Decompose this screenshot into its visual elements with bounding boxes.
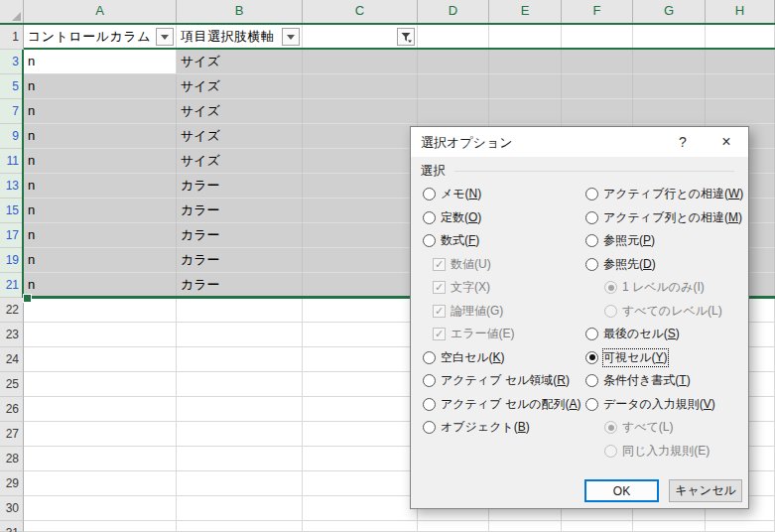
cell-A21[interactable]: n — [24, 273, 177, 298]
cell-C17[interactable] — [303, 223, 418, 248]
cell-A24[interactable] — [24, 347, 177, 372]
close-icon[interactable]: × — [714, 132, 738, 152]
cell-G3[interactable] — [633, 50, 706, 74]
option-data-validation[interactable]: データの入力規則(V) — [585, 393, 743, 417]
dialog-titlebar[interactable]: 選択オプション ? × — [411, 127, 748, 157]
cell-C7[interactable] — [303, 99, 418, 124]
column-header-C[interactable]: C — [303, 0, 418, 23]
cell-A15[interactable]: n — [24, 199, 177, 223]
cell-H1[interactable] — [706, 25, 775, 50]
cell-B5[interactable]: サイズ — [177, 74, 303, 99]
cell-B9[interactable]: サイズ — [177, 124, 303, 149]
cell-C28[interactable] — [303, 447, 418, 471]
cell-E31[interactable] — [489, 521, 562, 532]
cell-C21[interactable] — [303, 273, 418, 298]
cell-C24[interactable] — [303, 347, 418, 372]
cell-B3[interactable]: サイズ — [177, 50, 303, 74]
cell-A29[interactable] — [24, 471, 177, 496]
cell-D3[interactable] — [418, 50, 489, 74]
row-header-26[interactable]: 26 — [0, 397, 24, 422]
cell-F3[interactable] — [562, 50, 633, 74]
cell-G7[interactable] — [633, 99, 706, 124]
cell-A3[interactable]: n — [24, 50, 177, 74]
cell-C3[interactable] — [303, 50, 418, 74]
filter-dropdown-button-b1[interactable] — [282, 28, 300, 46]
cell-C29[interactable] — [303, 471, 418, 496]
cell-C25[interactable] — [303, 372, 418, 397]
column-header-F[interactable]: F — [562, 0, 633, 23]
filter-dropdown-button-a1[interactable] — [156, 28, 174, 46]
row-header-21[interactable]: 21 — [0, 273, 24, 298]
row-header-1[interactable]: 1 — [0, 25, 24, 50]
cell-B30[interactable] — [177, 496, 303, 521]
column-header-H[interactable]: H — [706, 0, 775, 23]
cell-H7[interactable] — [706, 99, 775, 124]
cell-H31[interactable] — [706, 521, 775, 532]
cell-A13[interactable]: n — [24, 174, 177, 199]
cell-A22[interactable] — [24, 298, 177, 323]
cell-F31[interactable] — [562, 521, 633, 532]
option-dependents[interactable]: 参照先(D) — [585, 253, 743, 277]
cell-C22[interactable] — [303, 298, 418, 323]
cell-E3[interactable] — [489, 50, 562, 74]
select-all-corner[interactable] — [0, 0, 24, 23]
cell-E5[interactable] — [489, 74, 562, 99]
option-memo[interactable]: メモ(N) — [423, 183, 581, 206]
option-precedents[interactable]: 参照元(P) — [585, 229, 743, 253]
row-header-27[interactable]: 27 — [0, 422, 24, 447]
cell-B17[interactable]: カラー — [177, 223, 303, 248]
option-formulas[interactable]: 数式(F) — [423, 229, 581, 253]
cell-B1[interactable]: 項目選択肢横軸 — [177, 25, 303, 50]
cell-C31[interactable] — [303, 521, 418, 532]
cell-G5[interactable] — [633, 74, 706, 99]
row-header-3[interactable]: 3 — [0, 50, 24, 74]
cell-H5[interactable] — [706, 74, 775, 99]
cell-D5[interactable] — [418, 74, 489, 99]
cell-B15[interactable]: カラー — [177, 199, 303, 223]
row-header-29[interactable]: 29 — [0, 471, 24, 496]
cell-D31[interactable] — [418, 521, 489, 532]
cell-B19[interactable]: カラー — [177, 248, 303, 273]
row-header-23[interactable]: 23 — [0, 323, 24, 347]
cell-C27[interactable] — [303, 422, 418, 447]
cell-A7[interactable]: n — [24, 99, 177, 124]
row-header-17[interactable]: 17 — [0, 223, 24, 248]
cell-C26[interactable] — [303, 397, 418, 422]
cell-E7[interactable] — [489, 99, 562, 124]
cell-B24[interactable] — [177, 347, 303, 372]
column-header-E[interactable]: E — [489, 0, 562, 23]
option-blanks[interactable]: 空白セル(K) — [423, 346, 581, 370]
cell-G31[interactable] — [633, 521, 706, 532]
cell-A11[interactable]: n — [24, 149, 177, 174]
cell-C23[interactable] — [303, 323, 418, 347]
option-current-array[interactable]: アクティブ セルの配列(A) — [423, 393, 581, 417]
ok-button[interactable]: OK — [584, 479, 659, 502]
cancel-button[interactable]: キャンセル — [669, 479, 742, 502]
cell-B29[interactable] — [177, 471, 303, 496]
cell-B31[interactable] — [177, 521, 303, 532]
row-header-19[interactable]: 19 — [0, 248, 24, 273]
option-visible-cells-only[interactable]: 可視セル(Y) — [585, 346, 743, 370]
cell-D7[interactable] — [418, 99, 489, 124]
row-header-5[interactable]: 5 — [0, 74, 24, 99]
cell-A25[interactable] — [24, 372, 177, 397]
row-header-11[interactable]: 11 — [0, 149, 24, 174]
cell-B7[interactable]: サイズ — [177, 99, 303, 124]
cell-B11[interactable]: サイズ — [177, 149, 303, 174]
row-header-28[interactable]: 28 — [0, 447, 24, 471]
option-last-cell[interactable]: 最後のセル(S) — [585, 323, 743, 346]
help-icon[interactable]: ? — [671, 132, 695, 152]
row-header-31[interactable]: 31 — [0, 521, 24, 532]
row-header-7[interactable]: 7 — [0, 99, 24, 124]
cell-C30[interactable] — [303, 496, 418, 521]
cell-F7[interactable] — [562, 99, 633, 124]
option-constants[interactable]: 定数(O) — [423, 206, 581, 230]
cell-C11[interactable] — [303, 149, 418, 174]
cell-C13[interactable] — [303, 174, 418, 199]
cell-A19[interactable]: n — [24, 248, 177, 273]
option-column-differences[interactable]: アクティブ列との相違(M) — [585, 206, 743, 230]
cell-E1[interactable] — [489, 25, 562, 50]
cell-B22[interactable] — [177, 298, 303, 323]
cell-C1[interactable] — [303, 25, 418, 50]
cell-A27[interactable] — [24, 422, 177, 447]
